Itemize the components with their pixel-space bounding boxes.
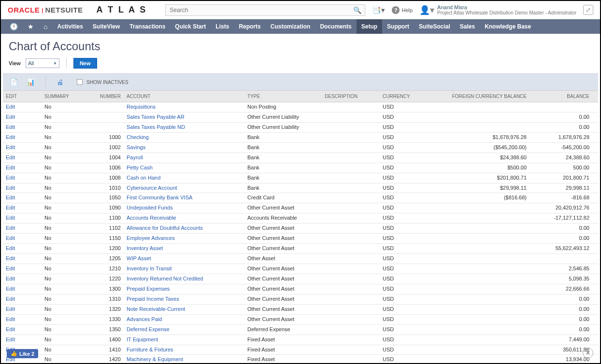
col-edit[interactable]: EDIT <box>3 92 42 100</box>
account-link[interactable]: Prepaid Expenses <box>127 286 170 292</box>
edit-link[interactable]: Edit <box>6 316 15 322</box>
edit-link[interactable]: Edit <box>6 175 15 181</box>
account-link[interactable]: Employee Advances <box>127 235 175 241</box>
account-link[interactable]: Allowance for Doubtful Accounts <box>127 225 203 231</box>
edit-link[interactable]: Edit <box>6 205 15 210</box>
account-link[interactable]: Cybersource Account <box>127 185 177 191</box>
edit-link[interactable]: Edit <box>6 134 15 140</box>
cell-description <box>322 213 380 223</box>
cell-currency: USD <box>380 335 443 345</box>
account-link[interactable]: Furniture & Fixtures <box>127 347 173 352</box>
nav-item-support[interactable]: Support <box>382 19 414 34</box>
account-link[interactable]: Undeposited Funds <box>127 205 172 210</box>
col-summary[interactable]: SUMMARY <box>42 92 85 100</box>
account-link[interactable]: Savings <box>127 144 145 150</box>
edit-link[interactable]: Edit <box>6 104 15 110</box>
search-input[interactable] <box>165 4 365 16</box>
col-foreign-currency-balance[interactable]: FOREIGN CURRENCY BALANCE <box>443 92 529 100</box>
cell-description <box>322 305 380 314</box>
edit-link[interactable]: Edit <box>6 235 15 241</box>
edit-link[interactable]: Edit <box>6 336 15 342</box>
account-link[interactable]: Sales Taxes Payable AR <box>127 114 185 120</box>
home-icon[interactable]: ⌂ <box>39 23 52 30</box>
view-select[interactable]: All <box>26 58 59 68</box>
edit-link[interactable]: Edit <box>6 154 15 160</box>
nav-item-lists[interactable]: Lists <box>211 19 234 34</box>
account-link[interactable]: Machinery & Equipment <box>127 356 183 362</box>
account-link[interactable]: Sales Taxes Payable ND <box>127 124 185 130</box>
account-link[interactable]: Petty Cash <box>127 165 153 170</box>
col-currency[interactable]: CURRENCY <box>380 92 443 100</box>
col-balance[interactable]: BALANCE <box>529 92 592 100</box>
fb-like-button[interactable]: 👍 Like 2 <box>7 349 38 358</box>
account-link[interactable]: Requisitions <box>127 104 156 110</box>
new-button[interactable]: New <box>73 58 97 69</box>
edit-link[interactable]: Edit <box>6 144 15 150</box>
edit-link[interactable]: Edit <box>6 276 15 281</box>
account-link[interactable]: Advances Paid <box>127 316 162 322</box>
edit-link[interactable]: Edit <box>6 185 15 191</box>
cell-type: Other Current Asset <box>244 305 322 314</box>
nav-item-suiteview[interactable]: SuiteView <box>88 19 125 34</box>
nav-item-sales[interactable]: Sales <box>455 19 480 34</box>
nav-item-quick-start[interactable]: Quick Start <box>170 19 211 34</box>
nav-item-suitesocial[interactable]: SuiteSocial <box>414 19 455 34</box>
cell-type: Bank <box>244 173 322 183</box>
edit-link[interactable]: Edit <box>6 296 15 302</box>
nav-item-reports[interactable]: Reports <box>234 19 265 34</box>
nav-item-activities[interactable]: Activities <box>52 19 87 34</box>
print-icon[interactable]: 🖨 <box>57 78 63 86</box>
account-link[interactable]: Checking <box>127 134 149 140</box>
user-menu[interactable]: 👤▾ Anand Misra Project Atlas Wholesale D… <box>419 4 576 15</box>
nav-item-customization[interactable]: Customization <box>266 19 315 34</box>
account-link[interactable]: Inventory Asset <box>127 245 163 251</box>
account-link[interactable]: IT Equipment <box>127 336 158 342</box>
account-link[interactable]: Note Receivable-Current <box>127 306 185 312</box>
account-link[interactable]: Payroll <box>127 154 143 160</box>
edit-link[interactable]: Edit <box>6 215 15 221</box>
cell-summary: No <box>42 143 85 153</box>
edit-link[interactable]: Edit <box>6 326 15 332</box>
account-link[interactable]: Accounts Receivable <box>127 215 176 221</box>
nav-item-knowledge-base[interactable]: Knowledge Base <box>480 19 536 34</box>
edit-link[interactable]: Edit <box>6 286 15 292</box>
nav-item-transactions[interactable]: Transactions <box>125 19 170 34</box>
edit-link[interactable]: Edit <box>6 245 15 251</box>
edit-link[interactable]: Edit <box>6 306 15 312</box>
edit-link[interactable]: Edit <box>6 255 15 261</box>
close-icon[interactable]: ✕ <box>583 348 593 358</box>
edit-link[interactable]: Edit <box>6 225 15 231</box>
search-icon[interactable]: 🔍 <box>353 6 361 14</box>
cell-description <box>322 284 380 294</box>
edit-link[interactable]: Edit <box>6 114 15 120</box>
star-icon[interactable]: ★ <box>23 23 39 30</box>
nav-item-documents[interactable]: Documents <box>315 19 356 34</box>
account-link[interactable]: Cash on Hand <box>127 175 160 181</box>
account-link[interactable]: WIP Asset <box>127 255 151 261</box>
col-account[interactable]: ACCOUNT <box>124 92 244 100</box>
account-link[interactable]: Inventory In Transit <box>127 266 172 271</box>
show-inactives-checkbox[interactable] <box>77 79 83 85</box>
col-number[interactable]: NUMBER <box>85 92 124 100</box>
cell-number: 1006 <box>85 163 124 173</box>
col-type[interactable]: TYPE <box>244 92 322 100</box>
help-button[interactable]: ? Help <box>392 6 413 14</box>
edit-link[interactable]: Edit <box>6 195 15 200</box>
col-description[interactable]: DESCRIPTION <box>322 92 380 100</box>
table-row: EditNo1050First Community Bank VISACredi… <box>3 193 598 203</box>
account-link[interactable]: Inventory Returned Not Credited <box>127 276 203 281</box>
shortcuts-icon[interactable]: 📑▾ <box>372 6 385 14</box>
expand-icon[interactable]: ⤢ <box>583 5 593 15</box>
account-link[interactable]: Deferred Expense <box>127 326 170 332</box>
edit-link[interactable]: Edit <box>6 124 15 130</box>
edit-link[interactable]: Edit <box>6 266 15 271</box>
nav-item-setup[interactable]: Setup <box>357 19 382 34</box>
table-row: EditNoSales Taxes Payable AROther Curren… <box>3 112 598 123</box>
account-link[interactable]: Prepaid Income Taxes <box>127 296 179 302</box>
clock-icon[interactable]: 🕐 <box>5 23 23 30</box>
export-doc-icon[interactable]: 📄 <box>10 78 18 86</box>
cell-balance: 0.00 <box>529 224 592 233</box>
account-link[interactable]: First Community Bank VISA <box>127 195 192 200</box>
edit-link[interactable]: Edit <box>6 165 15 170</box>
export-excel-icon[interactable]: 📊 <box>27 78 35 86</box>
